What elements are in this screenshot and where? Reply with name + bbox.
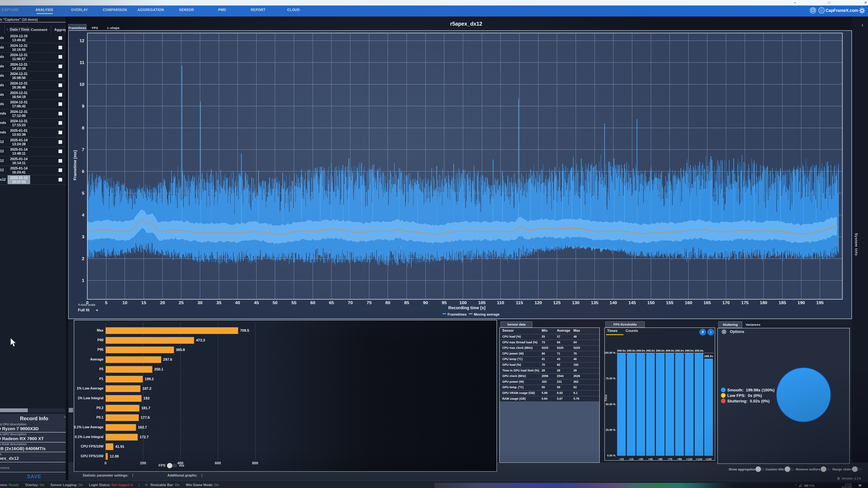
svg-text:190: 190 xyxy=(798,300,805,305)
svg-text:115: 115 xyxy=(516,300,523,305)
svg-text:45: 45 xyxy=(254,300,259,305)
svg-text:25: 25 xyxy=(179,300,184,305)
svg-text:30: 30 xyxy=(197,300,203,305)
svg-text:105: 105 xyxy=(478,300,486,305)
svg-text:70: 70 xyxy=(348,300,352,305)
svg-text:3: 3 xyxy=(82,234,84,239)
svg-text:175: 175 xyxy=(741,300,748,305)
svg-text:Y-Axis scale: Y-Axis scale xyxy=(78,303,95,306)
svg-text:Moving average: Moving average xyxy=(474,313,499,316)
svg-text:195: 195 xyxy=(816,300,824,305)
svg-text:160: 160 xyxy=(685,300,692,305)
svg-text:40: 40 xyxy=(235,300,240,305)
svg-text:Full fit: Full fit xyxy=(78,308,89,312)
svg-text:125: 125 xyxy=(553,300,560,305)
svg-text:145: 145 xyxy=(628,300,636,305)
svg-text:135: 135 xyxy=(591,300,598,305)
svg-text:140: 140 xyxy=(610,300,617,305)
svg-text:Recording time [s]: Recording time [s] xyxy=(448,305,486,310)
svg-text:180: 180 xyxy=(760,300,767,305)
svg-text:130: 130 xyxy=(572,300,579,305)
svg-text:55: 55 xyxy=(291,300,297,305)
svg-text:Frametimes: Frametimes xyxy=(447,313,467,316)
svg-text:60: 60 xyxy=(310,300,315,305)
svg-text:11: 11 xyxy=(80,60,85,65)
svg-text:8: 8 xyxy=(82,125,84,130)
svg-text:120: 120 xyxy=(534,300,542,305)
svg-text:5: 5 xyxy=(82,191,84,195)
svg-text:100: 100 xyxy=(459,300,467,305)
svg-text:Frametime [ms]: Frametime [ms] xyxy=(73,150,77,180)
svg-text:5: 5 xyxy=(105,300,107,305)
svg-text:2: 2 xyxy=(82,256,84,261)
svg-text:20: 20 xyxy=(160,300,165,305)
svg-text:50: 50 xyxy=(273,300,277,305)
svg-text:95: 95 xyxy=(442,300,447,305)
svg-text:6: 6 xyxy=(82,169,84,174)
svg-text:15: 15 xyxy=(141,300,146,305)
svg-text:10: 10 xyxy=(122,300,127,305)
svg-text:150: 150 xyxy=(647,300,655,305)
svg-text:4: 4 xyxy=(82,213,84,217)
svg-text:Time: Time xyxy=(604,394,608,401)
svg-text:9: 9 xyxy=(82,104,84,108)
svg-text:80: 80 xyxy=(385,300,390,305)
svg-text:90: 90 xyxy=(423,300,428,305)
svg-text:12: 12 xyxy=(80,38,84,43)
svg-text:165: 165 xyxy=(703,300,711,305)
svg-text:185: 185 xyxy=(779,300,786,305)
svg-text:75: 75 xyxy=(367,300,372,305)
svg-text:110: 110 xyxy=(497,300,504,305)
svg-text:155: 155 xyxy=(666,300,673,305)
svg-text:7: 7 xyxy=(82,147,84,152)
svg-text:65: 65 xyxy=(329,300,334,305)
svg-text:35: 35 xyxy=(216,300,221,305)
svg-text:85: 85 xyxy=(404,300,409,305)
svg-text:170: 170 xyxy=(722,300,730,305)
svg-text:1: 1 xyxy=(82,278,84,283)
svg-text:10: 10 xyxy=(80,82,84,87)
